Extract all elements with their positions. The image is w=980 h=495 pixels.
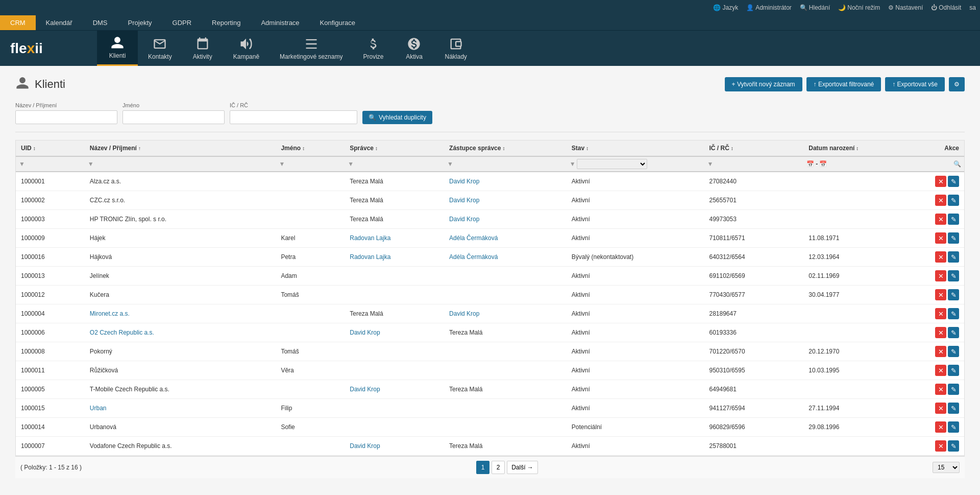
night-mode-toggle[interactable]: 🌙 Noční režim	[834, 4, 884, 11]
delete-button[interactable]: ✕	[935, 214, 946, 225]
delete-button[interactable]: ✕	[935, 289, 946, 300]
zastupce-link[interactable]: David Krop	[449, 178, 479, 185]
per-page-select[interactable]: 15 25 50 100	[933, 462, 960, 473]
filter-name-input[interactable]	[15, 110, 117, 124]
zastupce-link[interactable]: Adéla Čermáková	[449, 253, 498, 261]
nav-gdpr[interactable]: GDPR	[162, 15, 202, 30]
search-duplicates-button[interactable]: 🔍 Vyhledat duplicity	[362, 111, 432, 124]
nav-icon-kontakty[interactable]: Kontakty	[138, 31, 182, 66]
col-stav[interactable]: Stav ↕	[567, 140, 704, 156]
page-next-button[interactable]: Další →	[507, 461, 538, 474]
export-all-button[interactable]: ↑ Exportovat vše	[885, 77, 945, 91]
nav-icon-aktivity[interactable]: Aktivity	[182, 31, 223, 66]
nav-icon-naklady[interactable]: Náklady	[434, 31, 477, 66]
edit-button[interactable]: ✎	[948, 289, 959, 300]
edit-button[interactable]: ✎	[948, 308, 959, 319]
language-menu[interactable]: 🌐 Jazyk	[709, 4, 742, 11]
delete-button[interactable]: ✕	[935, 384, 946, 395]
spravce-link[interactable]: David Krop	[350, 442, 380, 450]
user-avatar[interactable]: sa	[965, 4, 980, 11]
nav-projekty[interactable]: Projekty	[118, 15, 162, 30]
edit-button[interactable]: ✎	[948, 346, 959, 357]
stav-filter-select[interactable]: Aktivní Potenciální Bývalý (nekontaktova…	[577, 159, 647, 169]
zastupce-link[interactable]: David Krop	[449, 197, 479, 204]
spravce-link[interactable]: Radovan Lajka	[350, 234, 390, 242]
cell-spravce: Tereza Malá	[345, 172, 444, 191]
create-new-button[interactable]: + Vytvořit nový záznam	[725, 77, 802, 91]
nav-crm[interactable]: CRM	[0, 15, 36, 30]
cell-stav: Aktivní	[567, 210, 704, 229]
edit-button[interactable]: ✎	[948, 214, 959, 225]
delete-button[interactable]: ✕	[935, 403, 946, 414]
logout-button[interactable]: ⏻ Odhlásit	[927, 4, 965, 11]
cell-firstname: Věra	[276, 361, 345, 380]
spravce-text: Tereza Malá	[350, 216, 383, 223]
filter-ic-group: IČ / RČ	[230, 102, 357, 124]
edit-button[interactable]: ✎	[948, 403, 959, 414]
delete-button[interactable]: ✕	[935, 365, 946, 376]
export-filtered-button[interactable]: ↑ Exportovat filtrované	[806, 77, 881, 91]
nav-icon-marketing[interactable]: Marketingové seznamy	[270, 31, 353, 66]
edit-button[interactable]: ✎	[948, 421, 959, 433]
delete-button[interactable]: ✕	[935, 232, 946, 244]
settings-menu[interactable]: ⚙ Nastavení	[884, 4, 927, 11]
edit-button[interactable]: ✎	[948, 195, 959, 206]
client-name-link[interactable]: O2 Czech Republic a.s.	[90, 329, 154, 336]
delete-button[interactable]: ✕	[935, 346, 946, 357]
search-action-icon[interactable]: 🔍	[953, 160, 961, 168]
delete-button[interactable]: ✕	[935, 270, 946, 281]
client-name: Vodafone Czech Republic a.s.	[90, 442, 172, 450]
spravce-link[interactable]: David Krop	[350, 386, 380, 393]
delete-button[interactable]: ✕	[935, 308, 946, 319]
delete-button[interactable]: ✕	[935, 421, 946, 433]
nav-icon-provize[interactable]: Provize	[353, 31, 394, 66]
zastupce-link[interactable]: David Krop	[449, 310, 479, 317]
nav-icon-aktiva[interactable]: Aktiva	[394, 31, 434, 66]
filter-firstname-input[interactable]	[122, 110, 225, 124]
edit-button[interactable]: ✎	[948, 176, 959, 187]
delete-button[interactable]: ✕	[935, 195, 946, 206]
delete-button[interactable]: ✕	[935, 251, 946, 263]
edit-button[interactable]: ✎	[948, 270, 959, 281]
cell-akce: ✕ ✎	[911, 323, 964, 342]
col-firstname[interactable]: Jméno ↕	[276, 140, 345, 156]
table-body: 1000001 Alza.cz a.s. Tereza Malá David K…	[16, 172, 964, 456]
edit-button[interactable]: ✎	[948, 365, 959, 376]
delete-button[interactable]: ✕	[935, 440, 946, 452]
nav-administrace[interactable]: Administrace	[251, 15, 309, 30]
client-name-link[interactable]: Mironet.cz a.s.	[90, 310, 130, 317]
cell-firstname: Petra	[276, 248, 345, 267]
nav-icon-kampane[interactable]: Kampaně	[223, 31, 270, 66]
user-menu[interactable]: 👤 Administrátor	[742, 4, 796, 11]
filter-ic-input[interactable]	[230, 110, 357, 124]
delete-button[interactable]: ✕	[935, 176, 946, 187]
edit-button[interactable]: ✎	[948, 440, 959, 452]
edit-button[interactable]: ✎	[948, 327, 959, 338]
zastupce-link[interactable]: Adéla Čermáková	[449, 234, 498, 242]
col-name[interactable]: Název / Příjmení ↑	[85, 140, 276, 156]
client-name-link[interactable]: Urban	[90, 405, 107, 412]
stav-filter-wrap: ▼ Aktivní Potenciální Bývalý (nekontakto…	[570, 159, 701, 169]
edit-button[interactable]: ✎	[948, 251, 959, 263]
page-1-button[interactable]: 1	[476, 461, 489, 474]
nav-dms[interactable]: DMS	[83, 15, 118, 30]
col-datum[interactable]: Datum narození ↕	[803, 140, 911, 156]
col-spravce[interactable]: Správce ↕	[345, 140, 444, 156]
nav-reporting[interactable]: Reporting	[202, 15, 251, 30]
col-zastupce[interactable]: Zástupce správce ↕	[444, 140, 567, 156]
edit-button[interactable]: ✎	[948, 384, 959, 395]
zastupce-link[interactable]: David Krop	[449, 216, 479, 223]
delete-button[interactable]: ✕	[935, 327, 946, 338]
nav-icon-klienti[interactable]: Klienti	[97, 31, 138, 66]
search-menu[interactable]: 🔍 Hledání	[796, 4, 834, 11]
spravce-link[interactable]: Radovan Lajka	[350, 253, 390, 261]
table-settings-button[interactable]: ⚙	[949, 77, 965, 91]
page-2-button[interactable]: 2	[492, 461, 505, 474]
cell-uid: 1000004	[16, 304, 85, 323]
edit-button[interactable]: ✎	[948, 232, 959, 244]
nav-kalendar[interactable]: Kalendář	[36, 15, 83, 30]
spravce-link[interactable]: David Krop	[350, 329, 380, 336]
col-uid[interactable]: UID ↕	[16, 140, 85, 156]
nav-konfigurace[interactable]: Konfigurace	[310, 15, 365, 30]
col-ic[interactable]: IČ / RČ ↕	[704, 140, 804, 156]
